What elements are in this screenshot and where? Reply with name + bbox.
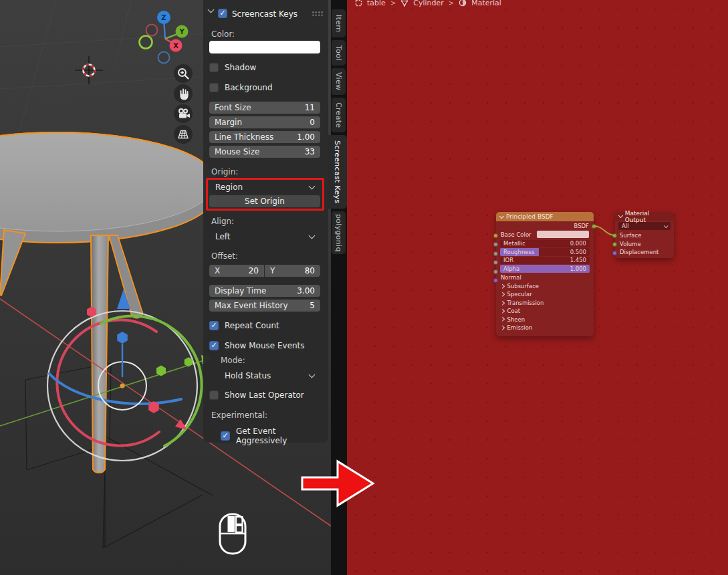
sheen-section[interactable]: Sheen [496, 315, 594, 323]
set-origin-button[interactable]: Set Origin [209, 195, 320, 207]
screencast-keys-enable-checkbox[interactable]: ✓ [218, 9, 227, 18]
socket-alpha[interactable] [493, 269, 498, 274]
breadcrumb-mesh[interactable]: Cylinder [413, 0, 444, 7]
offset-x-field[interactable]: X 20 [209, 265, 264, 277]
orthographic-toggle-button[interactable] [174, 125, 193, 144]
nav-axis-gizmo[interactable]: Z Y X [140, 11, 189, 64]
coat-section[interactable]: Coat [496, 307, 594, 315]
panel-grip-icon[interactable] [312, 11, 323, 16]
gizmo-rotate-x-ring[interactable] [57, 320, 159, 446]
tab-view[interactable]: View [332, 68, 346, 95]
subsurface-section[interactable]: Subsurface [496, 282, 594, 290]
check-icon: ✓ [222, 432, 228, 439]
alpha-slider[interactable]: Alpha 1.000 [500, 265, 590, 273]
align-dropdown[interactable]: Left [209, 230, 320, 243]
node-header[interactable]: Principled BSDF [496, 212, 594, 221]
rotation-gizmo[interactable] [47, 289, 211, 461]
normal-row: Normal [496, 273, 594, 282]
socket-ior[interactable] [493, 260, 498, 265]
chevron-down-icon [309, 232, 316, 239]
specular-section[interactable]: Specular [496, 290, 594, 298]
show-mouse-events-checkbox[interactable]: ✓ [209, 341, 219, 350]
bsdf-output-row: BSDF [496, 221, 594, 230]
margin-field[interactable]: Margin 0 [209, 116, 320, 128]
socket-normal[interactable] [493, 278, 498, 283]
tab-screencast-keys[interactable]: Screencast Keys [328, 135, 347, 209]
chevron-right-icon [500, 309, 504, 313]
tab-polygoniq[interactable]: polygoniq [332, 211, 346, 254]
chevron-right-icon [500, 326, 504, 330]
tab-item[interactable]: Item [332, 9, 346, 37]
breadcrumb-object[interactable]: table [367, 0, 386, 7]
show-last-operator-row[interactable]: Show Last Operator [209, 390, 304, 400]
gizmo-handle-y1[interactable] [156, 366, 166, 376]
output-target-dropdown[interactable]: All [618, 222, 671, 230]
gizmo-rotate-y-ring[interactable] [101, 316, 202, 446]
node-header[interactable]: Material Output [615, 212, 674, 221]
breadcrumb-material[interactable]: Material [471, 0, 501, 7]
roughness-slider[interactable]: Roughness 0.500 [500, 248, 590, 256]
line-thickness-value: 1.00 [297, 132, 315, 142]
get-event-aggressively-checkbox[interactable]: ✓ [221, 431, 230, 441]
get-event-aggressively-row[interactable]: ✓ Get Event Aggressively [221, 427, 328, 445]
gizmo-handle-z[interactable] [117, 332, 128, 344]
offset-y-field[interactable]: Y 80 [265, 265, 320, 277]
max-event-history-value: 5 [310, 301, 315, 310]
nav-axis-neg-y[interactable] [140, 36, 152, 49]
max-event-history-field[interactable]: Max Event History 5 [209, 300, 320, 312]
socket-roughness[interactable] [493, 251, 498, 256]
align-label: Align: [211, 217, 234, 226]
base-color-row[interactable]: Base Color [496, 230, 594, 239]
font-size-field[interactable]: Font Size 11 [209, 102, 320, 114]
tab-tool[interactable]: Tool [332, 40, 346, 66]
node-title: Material Output [625, 210, 670, 223]
color-swatch[interactable] [209, 41, 320, 53]
nav-axis-neg-z[interactable] [158, 52, 170, 64]
nav-axis-neg-x[interactable] [146, 25, 158, 36]
repeat-count-row[interactable]: ✓ Repeat Count [209, 321, 279, 330]
grid-perspective-icon [176, 127, 191, 142]
mode-label: Mode: [221, 356, 245, 365]
show-mouse-events-row[interactable]: ✓ Show Mouse Events [209, 341, 305, 350]
table-mesh[interactable] [0, 132, 216, 243]
offset-x-label: X [215, 266, 220, 275]
blender-window: Z Y X [0, 0, 728, 575]
node-material-output[interactable]: Material Output All Surface Volume Displ… [615, 212, 674, 258]
socket-surface[interactable] [612, 233, 617, 238]
line-thickness-field[interactable]: Line Thickness 1.00 [209, 131, 320, 143]
tab-create[interactable]: Create [332, 98, 346, 132]
origin-dropdown[interactable]: Region [209, 181, 320, 193]
panel-expand-chevron-icon[interactable] [208, 7, 215, 13]
socket-bsdf-output[interactable] [592, 224, 596, 229]
zoom-button[interactable] [174, 64, 193, 83]
base-color-swatch[interactable] [537, 231, 589, 238]
table-legs[interactable] [0, 230, 142, 473]
socket-metallic[interactable] [493, 242, 498, 247]
emission-section[interactable]: Emission [496, 324, 594, 332]
shadow-checkbox[interactable] [209, 63, 219, 72]
transmission-section[interactable]: Transmission [496, 299, 594, 307]
chevron-down-icon[interactable] [499, 213, 504, 218]
table-leg-left [0, 230, 25, 296]
camera-view-button[interactable] [174, 104, 193, 123]
mode-dropdown[interactable]: Hold Status [219, 369, 320, 382]
mouse-size-field[interactable]: Mouse Size 33 [209, 146, 320, 158]
metallic-slider[interactable]: Metallic 0.000 [500, 240, 590, 248]
socket-base-color[interactable] [493, 233, 498, 238]
show-last-operator-checkbox[interactable] [209, 390, 219, 400]
background-row[interactable]: Background [209, 83, 273, 92]
shader-editor[interactable]: table > Cylinder > Material Principled B… [347, 0, 728, 575]
pan-button[interactable] [174, 84, 193, 103]
background-checkbox[interactable] [209, 83, 219, 92]
socket-volume[interactable] [612, 242, 617, 247]
ior-slider[interactable]: IOR 1.450 [500, 257, 590, 265]
socket-displacement[interactable] [612, 251, 617, 255]
font-size-value: 11 [305, 103, 315, 112]
display-time-field[interactable]: Display Time 3.00 [209, 285, 320, 297]
repeat-count-checkbox[interactable]: ✓ [209, 321, 219, 330]
offset-y-value: 80 [305, 266, 315, 275]
max-event-history-label: Max Event History [215, 301, 288, 310]
shadow-row[interactable]: Shadow [209, 63, 256, 72]
chevron-down-icon[interactable] [618, 213, 623, 218]
node-principled-bsdf[interactable]: Principled BSDF BSDF Base Color Metallic… [496, 212, 594, 336]
